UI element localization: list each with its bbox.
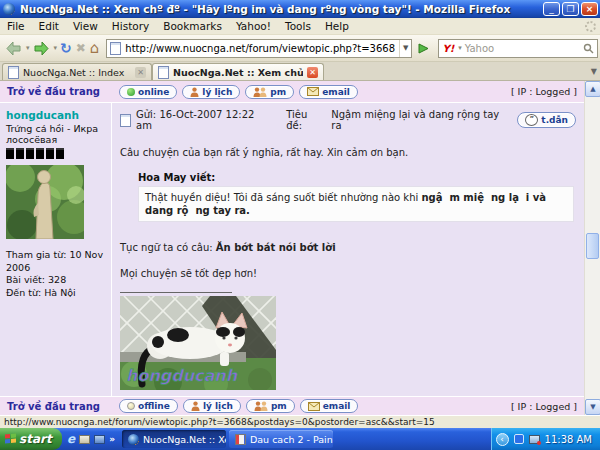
poster-location: Đến từ: Hà Nội <box>6 287 105 300</box>
profile-button[interactable]: lý lịch <box>183 399 241 413</box>
poster-postcount: Bài viết: 328 <box>6 274 105 287</box>
menu-edit[interactable]: Edit <box>32 20 66 32</box>
tab-page-icon <box>8 66 19 79</box>
forward-arrow-icon <box>33 41 50 56</box>
email-button[interactable]: email <box>299 85 358 99</box>
tab-index[interactable]: NuocNga.Net :: Index ✕ <box>2 63 152 80</box>
tab-strip: NuocNga.Net :: Index ✕ NuocNga.Net :: Xe… <box>0 62 600 81</box>
home-button[interactable]: ⌂ <box>89 40 101 56</box>
post-meta: Gửi: 16-Oct-2007 12:22 am Tiêu đề: Ngậm … <box>120 109 576 131</box>
online-status-icon <box>127 88 135 96</box>
tab-close-icon[interactable]: ✕ <box>135 67 146 78</box>
messenger-tray-icon[interactable] <box>514 434 524 444</box>
menu-yahoo[interactable]: Yahoo! <box>229 20 278 32</box>
person-icon <box>190 87 199 97</box>
rank-stars-icon <box>6 148 105 159</box>
yahoo-search-box[interactable]: Y! ▾ Yahoo <box>438 39 598 58</box>
back-to-top-link[interactable]: Trở về đầu trang <box>7 401 100 412</box>
menu-history[interactable]: History <box>105 20 156 32</box>
profile-button[interactable]: lý lịch <box>182 85 240 99</box>
url-dropdown-icon[interactable]: ▼ <box>399 40 408 57</box>
post-paragraph: Mọi chuyện sẽ tốt đẹp hơn! <box>120 268 576 279</box>
envelope-icon <box>308 402 320 411</box>
pm-button[interactable]: pm <box>246 399 295 413</box>
back-to-top-link[interactable]: Trở về đầu trang <box>7 86 100 97</box>
tab-topic[interactable]: NuocNga.Net :: Xem chủ đề - "Hãy... ✕ <box>152 63 324 80</box>
two-people-icon <box>254 401 268 411</box>
window-title: NuocNga.Net :: Xem chº đº - "Hãy lºng im… <box>20 3 510 15</box>
menu-tools[interactable]: Tools <box>278 20 318 32</box>
signature-divider <box>120 292 232 293</box>
offline-button[interactable]: offline <box>119 399 178 413</box>
tab-page-icon <box>158 66 169 79</box>
vertical-scrollbar[interactable]: ▲ ▼ <box>584 81 600 415</box>
search-engine-dropdown-icon[interactable]: ▾ <box>458 44 462 52</box>
back-dropdown-icon[interactable]: ▾ <box>26 44 30 52</box>
firefox-app-icon <box>3 3 15 15</box>
poster-username[interactable]: hongducanh <box>6 109 105 121</box>
close-button[interactable]: × <box>581 2 598 16</box>
menu-file[interactable]: File <box>0 20 32 32</box>
poster-rank: Trứng cá hồi - Икра лососёвая <box>6 123 105 145</box>
post-subject: Ngậm miệng lại và dang rộng tay ra <box>331 109 512 131</box>
online-button[interactable]: online <box>119 85 177 99</box>
tray-collapse-icon[interactable]: ‹ <box>496 433 509 446</box>
firefox-task-icon <box>128 434 139 445</box>
forward-button[interactable] <box>32 40 51 57</box>
start-button[interactable]: start <box>0 428 62 450</box>
post-date: Gửi: 16-Oct-2007 12:22 am <box>136 109 273 131</box>
url-bar[interactable]: http://www.nuocnga.net/forum/viewtopic.p… <box>106 39 412 58</box>
network-tray-icon[interactable] <box>529 435 540 444</box>
offline-status-icon <box>127 402 135 410</box>
menu-help[interactable]: Help <box>318 20 356 32</box>
task-paint[interactable]: Dau cach 2 - Paint <box>229 430 333 448</box>
search-icon[interactable] <box>583 43 594 54</box>
yahoo-logo-icon: Y! <box>442 43 454 54</box>
forward-dropdown-icon[interactable]: ▾ <box>54 44 58 52</box>
quick-launch-overflow-icon[interactable]: » <box>109 434 115 444</box>
tab-list-dropdown-icon[interactable]: ▼ <box>591 67 597 76</box>
reload-button[interactable]: ↻ <box>59 40 73 56</box>
restore-button[interactable]: ❐ <box>562 2 579 16</box>
search-input[interactable]: Yahoo <box>465 43 581 54</box>
ie-icon[interactable]: e <box>67 433 75 445</box>
window-titlebar[interactable]: NuocNga.Net :: Xem chº đº - "Hãy lºng im… <box>0 0 600 18</box>
post-icon <box>120 114 131 127</box>
task-firefox[interactable]: NuocNga.Net :: Xem ... <box>122 430 226 448</box>
system-tray: ‹ 11:38 AM <box>491 428 600 450</box>
show-desktop-icon[interactable] <box>94 435 105 444</box>
url-text[interactable]: http://www.nuocnga.net/forum/viewtopic.p… <box>125 43 395 54</box>
menu-bookmarks[interactable]: Bookmarks <box>156 20 229 32</box>
back-button[interactable] <box>4 40 23 57</box>
browser-viewport: Trở về đầu trang online lý lịch pm email… <box>0 81 584 415</box>
back-arrow-icon <box>5 41 22 56</box>
stop-button[interactable]: ✖ <box>75 40 87 56</box>
ip-logged-label: [ IP : Logged ] <box>511 401 577 412</box>
go-button[interactable] <box>417 42 430 55</box>
windows-logo-icon <box>5 433 16 444</box>
post-header-bar: Trở về đầu trang online lý lịch pm email… <box>0 81 584 103</box>
status-url: http://www.nuocnga.net/forum/viewtopic.p… <box>4 417 435 427</box>
mail-icon[interactable] <box>79 435 90 444</box>
tab-close-icon[interactable]: ✕ <box>307 67 318 78</box>
poster-avatar <box>6 165 84 239</box>
paint-task-icon <box>235 434 246 445</box>
quote-bubble-icon: ” <box>525 114 538 126</box>
pm-button[interactable]: pm <box>245 85 294 99</box>
navigation-toolbar: ▾ ▾ ↻ ✖ ⌂ http://www.nuocnga.net/forum/v… <box>0 35 600 62</box>
minimize-button[interactable]: _ <box>543 2 560 16</box>
status-bar: http://www.nuocnga.net/forum/viewtopic.p… <box>0 415 600 428</box>
two-people-icon <box>253 87 267 97</box>
scroll-up-icon[interactable]: ▲ <box>585 81 600 97</box>
scrollbar-thumb[interactable] <box>586 233 599 259</box>
signature-cat-image: hongducanh <box>120 296 276 390</box>
menu-view[interactable]: View <box>66 20 105 32</box>
menu-bar: File Edit View History Bookmarks Yahoo! … <box>0 18 600 35</box>
envelope-icon <box>307 87 319 96</box>
poster-joined: Tham gia từ: 10 Nov 2006 <box>6 249 105 274</box>
quick-launch: e » <box>62 433 120 445</box>
scroll-down-icon[interactable]: ▼ <box>585 399 600 415</box>
quote-button[interactable]: ” t.dẫn <box>517 112 576 128</box>
email-button[interactable]: email <box>300 399 359 413</box>
throbber-icon <box>585 21 596 32</box>
